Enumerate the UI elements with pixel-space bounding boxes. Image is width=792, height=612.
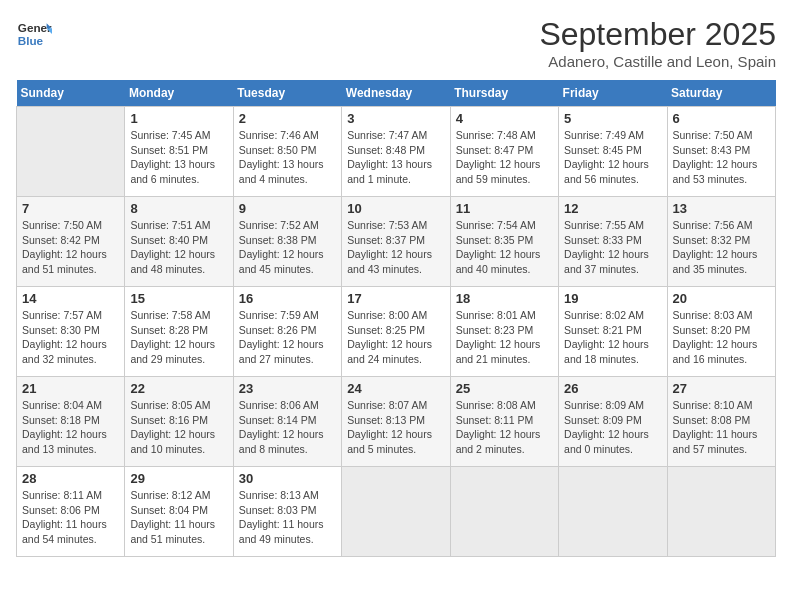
- day-info: Sunrise: 7:57 AM Sunset: 8:30 PM Dayligh…: [22, 308, 119, 367]
- calendar-cell: 13Sunrise: 7:56 AM Sunset: 8:32 PM Dayli…: [667, 197, 775, 287]
- calendar-week-3: 14Sunrise: 7:57 AM Sunset: 8:30 PM Dayli…: [17, 287, 776, 377]
- day-number: 13: [673, 201, 770, 216]
- calendar-cell: 26Sunrise: 8:09 AM Sunset: 8:09 PM Dayli…: [559, 377, 667, 467]
- weekday-header-saturday: Saturday: [667, 80, 775, 107]
- day-number: 28: [22, 471, 119, 486]
- calendar-cell: 1Sunrise: 7:45 AM Sunset: 8:51 PM Daylig…: [125, 107, 233, 197]
- calendar-cell: 21Sunrise: 8:04 AM Sunset: 8:18 PM Dayli…: [17, 377, 125, 467]
- day-info: Sunrise: 7:50 AM Sunset: 8:42 PM Dayligh…: [22, 218, 119, 277]
- day-info: Sunrise: 8:02 AM Sunset: 8:21 PM Dayligh…: [564, 308, 661, 367]
- calendar-week-2: 7Sunrise: 7:50 AM Sunset: 8:42 PM Daylig…: [17, 197, 776, 287]
- calendar-cell: 11Sunrise: 7:54 AM Sunset: 8:35 PM Dayli…: [450, 197, 558, 287]
- calendar-cell: 16Sunrise: 7:59 AM Sunset: 8:26 PM Dayli…: [233, 287, 341, 377]
- calendar-cell: 2Sunrise: 7:46 AM Sunset: 8:50 PM Daylig…: [233, 107, 341, 197]
- weekday-header-wednesday: Wednesday: [342, 80, 450, 107]
- day-info: Sunrise: 8:12 AM Sunset: 8:04 PM Dayligh…: [130, 488, 227, 547]
- logo: General Blue: [16, 16, 52, 52]
- calendar-cell: 5Sunrise: 7:49 AM Sunset: 8:45 PM Daylig…: [559, 107, 667, 197]
- page-header: General Blue September 2025 Adanero, Cas…: [16, 16, 776, 70]
- day-number: 1: [130, 111, 227, 126]
- day-number: 14: [22, 291, 119, 306]
- weekday-header-monday: Monday: [125, 80, 233, 107]
- svg-text:Blue: Blue: [18, 34, 44, 47]
- day-number: 12: [564, 201, 661, 216]
- day-number: 29: [130, 471, 227, 486]
- day-number: 25: [456, 381, 553, 396]
- day-number: 15: [130, 291, 227, 306]
- month-title: September 2025: [539, 16, 776, 53]
- calendar-table: SundayMondayTuesdayWednesdayThursdayFrid…: [16, 80, 776, 557]
- weekday-header-thursday: Thursday: [450, 80, 558, 107]
- calendar-cell: 7Sunrise: 7:50 AM Sunset: 8:42 PM Daylig…: [17, 197, 125, 287]
- day-number: 18: [456, 291, 553, 306]
- calendar-cell: 6Sunrise: 7:50 AM Sunset: 8:43 PM Daylig…: [667, 107, 775, 197]
- title-block: September 2025 Adanero, Castille and Leo…: [539, 16, 776, 70]
- day-number: 27: [673, 381, 770, 396]
- calendar-cell: 20Sunrise: 8:03 AM Sunset: 8:20 PM Dayli…: [667, 287, 775, 377]
- day-number: 11: [456, 201, 553, 216]
- day-info: Sunrise: 7:50 AM Sunset: 8:43 PM Dayligh…: [673, 128, 770, 187]
- day-number: 22: [130, 381, 227, 396]
- weekday-header-tuesday: Tuesday: [233, 80, 341, 107]
- day-number: 10: [347, 201, 444, 216]
- day-info: Sunrise: 8:13 AM Sunset: 8:03 PM Dayligh…: [239, 488, 336, 547]
- day-info: Sunrise: 8:00 AM Sunset: 8:25 PM Dayligh…: [347, 308, 444, 367]
- calendar-cell: 29Sunrise: 8:12 AM Sunset: 8:04 PM Dayli…: [125, 467, 233, 557]
- day-number: 24: [347, 381, 444, 396]
- calendar-cell: [559, 467, 667, 557]
- day-info: Sunrise: 8:09 AM Sunset: 8:09 PM Dayligh…: [564, 398, 661, 457]
- day-info: Sunrise: 7:56 AM Sunset: 8:32 PM Dayligh…: [673, 218, 770, 277]
- day-info: Sunrise: 7:53 AM Sunset: 8:37 PM Dayligh…: [347, 218, 444, 277]
- calendar-cell: 3Sunrise: 7:47 AM Sunset: 8:48 PM Daylig…: [342, 107, 450, 197]
- day-number: 6: [673, 111, 770, 126]
- calendar-cell: [17, 107, 125, 197]
- day-info: Sunrise: 7:45 AM Sunset: 8:51 PM Dayligh…: [130, 128, 227, 187]
- day-number: 23: [239, 381, 336, 396]
- day-info: Sunrise: 8:05 AM Sunset: 8:16 PM Dayligh…: [130, 398, 227, 457]
- calendar-cell: 8Sunrise: 7:51 AM Sunset: 8:40 PM Daylig…: [125, 197, 233, 287]
- calendar-cell: 9Sunrise: 7:52 AM Sunset: 8:38 PM Daylig…: [233, 197, 341, 287]
- calendar-cell: 28Sunrise: 8:11 AM Sunset: 8:06 PM Dayli…: [17, 467, 125, 557]
- day-info: Sunrise: 7:49 AM Sunset: 8:45 PM Dayligh…: [564, 128, 661, 187]
- calendar-cell: 23Sunrise: 8:06 AM Sunset: 8:14 PM Dayli…: [233, 377, 341, 467]
- weekday-header-friday: Friday: [559, 80, 667, 107]
- calendar-cell: 15Sunrise: 7:58 AM Sunset: 8:28 PM Dayli…: [125, 287, 233, 377]
- weekday-header-sunday: Sunday: [17, 80, 125, 107]
- calendar-cell: 30Sunrise: 8:13 AM Sunset: 8:03 PM Dayli…: [233, 467, 341, 557]
- day-info: Sunrise: 8:07 AM Sunset: 8:13 PM Dayligh…: [347, 398, 444, 457]
- day-number: 21: [22, 381, 119, 396]
- location-subtitle: Adanero, Castille and Leon, Spain: [539, 53, 776, 70]
- day-number: 26: [564, 381, 661, 396]
- calendar-week-5: 28Sunrise: 8:11 AM Sunset: 8:06 PM Dayli…: [17, 467, 776, 557]
- day-number: 9: [239, 201, 336, 216]
- day-info: Sunrise: 7:48 AM Sunset: 8:47 PM Dayligh…: [456, 128, 553, 187]
- day-info: Sunrise: 7:51 AM Sunset: 8:40 PM Dayligh…: [130, 218, 227, 277]
- calendar-cell: 10Sunrise: 7:53 AM Sunset: 8:37 PM Dayli…: [342, 197, 450, 287]
- calendar-cell: 4Sunrise: 7:48 AM Sunset: 8:47 PM Daylig…: [450, 107, 558, 197]
- calendar-cell: 22Sunrise: 8:05 AM Sunset: 8:16 PM Dayli…: [125, 377, 233, 467]
- day-number: 2: [239, 111, 336, 126]
- day-info: Sunrise: 7:59 AM Sunset: 8:26 PM Dayligh…: [239, 308, 336, 367]
- day-info: Sunrise: 8:08 AM Sunset: 8:11 PM Dayligh…: [456, 398, 553, 457]
- calendar-week-4: 21Sunrise: 8:04 AM Sunset: 8:18 PM Dayli…: [17, 377, 776, 467]
- calendar-cell: 19Sunrise: 8:02 AM Sunset: 8:21 PM Dayli…: [559, 287, 667, 377]
- day-info: Sunrise: 7:52 AM Sunset: 8:38 PM Dayligh…: [239, 218, 336, 277]
- calendar-cell: 27Sunrise: 8:10 AM Sunset: 8:08 PM Dayli…: [667, 377, 775, 467]
- day-number: 16: [239, 291, 336, 306]
- calendar-cell: 12Sunrise: 7:55 AM Sunset: 8:33 PM Dayli…: [559, 197, 667, 287]
- day-info: Sunrise: 7:58 AM Sunset: 8:28 PM Dayligh…: [130, 308, 227, 367]
- calendar-cell: [450, 467, 558, 557]
- day-number: 19: [564, 291, 661, 306]
- day-number: 5: [564, 111, 661, 126]
- day-number: 8: [130, 201, 227, 216]
- day-info: Sunrise: 8:04 AM Sunset: 8:18 PM Dayligh…: [22, 398, 119, 457]
- weekday-header-row: SundayMondayTuesdayWednesdayThursdayFrid…: [17, 80, 776, 107]
- calendar-body: 1Sunrise: 7:45 AM Sunset: 8:51 PM Daylig…: [17, 107, 776, 557]
- day-number: 17: [347, 291, 444, 306]
- day-number: 30: [239, 471, 336, 486]
- day-info: Sunrise: 7:47 AM Sunset: 8:48 PM Dayligh…: [347, 128, 444, 187]
- day-info: Sunrise: 8:11 AM Sunset: 8:06 PM Dayligh…: [22, 488, 119, 547]
- calendar-cell: 17Sunrise: 8:00 AM Sunset: 8:25 PM Dayli…: [342, 287, 450, 377]
- day-info: Sunrise: 8:01 AM Sunset: 8:23 PM Dayligh…: [456, 308, 553, 367]
- day-number: 4: [456, 111, 553, 126]
